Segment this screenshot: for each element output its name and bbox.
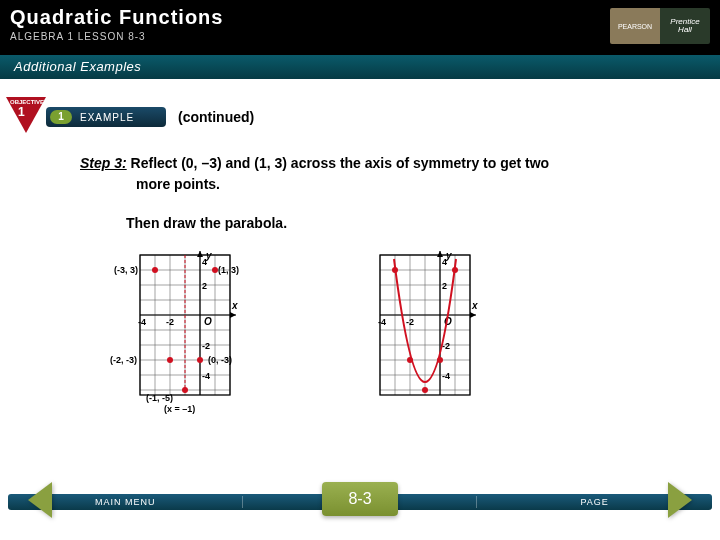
svg-text:-4: -4 <box>202 371 210 381</box>
objective-badge-text: OBJECTIVE1 <box>10 99 44 119</box>
logo-prentice-hall: Prentice Hall <box>660 8 710 44</box>
svg-point-36 <box>167 357 173 363</box>
svg-point-78 <box>422 387 428 393</box>
example-label: EXAMPLE <box>80 112 134 123</box>
svg-text:-4: -4 <box>442 371 450 381</box>
header: Quadratic Functions ALGEBRA 1 LESSON 8-3… <box>0 0 720 55</box>
prev-arrow-icon[interactable] <box>28 482 52 518</box>
svg-text:-4: -4 <box>138 317 146 327</box>
graph-parabola: 4 2 -2 -4 -4 -2 O x y <box>360 245 520 415</box>
svg-text:-4: -4 <box>378 317 386 327</box>
svg-text:(x = –1): (x = –1) <box>164 404 195 414</box>
svg-text:x: x <box>471 300 478 311</box>
page-title: Quadratic Functions <box>10 6 710 29</box>
svg-marker-19 <box>230 312 236 318</box>
footer: MAIN MENU LESSON PAGE 8-3 <box>0 486 720 530</box>
next-arrow-icon[interactable] <box>668 482 692 518</box>
pearson-logo: PEARSON Prentice Hall <box>610 8 710 44</box>
then-draw: Then draw the parabola. <box>126 215 680 231</box>
svg-point-40 <box>182 387 188 393</box>
step-3: Step 3: Reflect (0, –3) and (1, 3) acros… <box>80 153 680 195</box>
svg-point-32 <box>152 267 158 273</box>
svg-text:(-1, -5): (-1, -5) <box>146 393 173 403</box>
logo-pearson: PEARSON <box>610 8 660 44</box>
svg-text:(0, -3): (0, -3) <box>208 355 232 365</box>
svg-point-75 <box>452 267 458 273</box>
step-text-b: more points. <box>136 174 680 195</box>
svg-marker-62 <box>470 312 476 318</box>
content: Step 3: Reflect (0, –3) and (1, 3) acros… <box>0 129 720 415</box>
svg-text:-2: -2 <box>166 317 174 327</box>
page-number-tab[interactable]: 8-3 <box>322 482 398 516</box>
step-label: Step 3: <box>80 155 127 171</box>
tab-additional-examples[interactable]: Additional Examples <box>0 55 720 79</box>
svg-point-38 <box>197 357 203 363</box>
svg-text:2: 2 <box>202 281 207 291</box>
page-subtitle: ALGEBRA 1 LESSON 8-3 <box>10 31 710 42</box>
svg-text:-2: -2 <box>406 317 414 327</box>
svg-text:O: O <box>204 316 212 327</box>
graphs-row: 4 2 -2 -4 -4 -2 O x y (-3, 3) (1, 3) (-2… <box>110 245 680 415</box>
svg-text:(1, 3): (1, 3) <box>218 265 239 275</box>
objective-row: OBJECTIVE1 1 EXAMPLE (continued) <box>0 79 720 129</box>
svg-text:y: y <box>205 250 212 261</box>
svg-text:x: x <box>231 300 238 311</box>
svg-text:(-2, -3): (-2, -3) <box>110 355 137 365</box>
svg-text:y: y <box>445 250 452 261</box>
example-pill: 1 EXAMPLE <box>46 107 166 127</box>
example-number: 1 <box>50 110 72 124</box>
svg-point-76 <box>407 357 413 363</box>
continued-label: (continued) <box>178 109 254 125</box>
svg-point-77 <box>437 357 443 363</box>
svg-text:2: 2 <box>442 281 447 291</box>
step-text-a: Reflect (0, –3) and (1, 3) across the ax… <box>127 155 549 171</box>
svg-point-74 <box>392 267 398 273</box>
svg-text:(-3, 3): (-3, 3) <box>114 265 138 275</box>
graph-reflected-points: 4 2 -2 -4 -4 -2 O x y (-3, 3) (1, 3) (-2… <box>110 245 280 415</box>
svg-text:-2: -2 <box>202 341 210 351</box>
